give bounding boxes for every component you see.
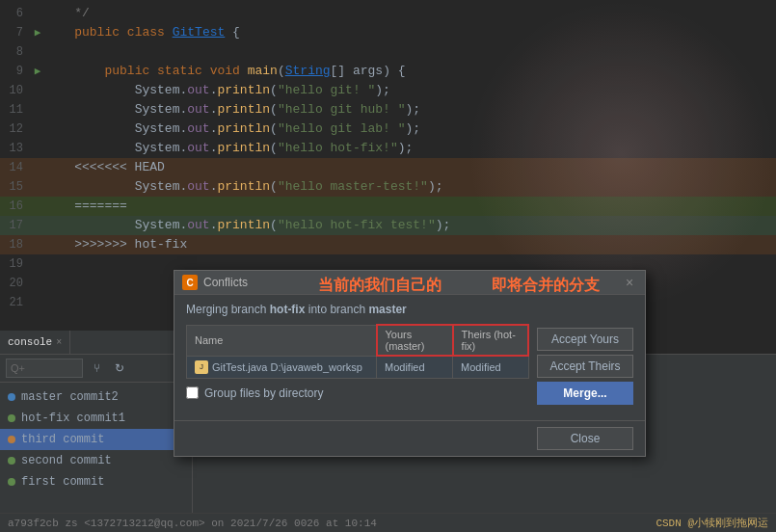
dialog-footer: Close xyxy=(174,420,645,456)
dialog-body: Merging branch hot-fix into branch maste… xyxy=(174,295,645,416)
file-name-cell: J GitTest.java D:\javaweb_worksp xyxy=(187,356,377,378)
conflicts-table: Name Yours (master) Theirs (hot-fix) J G… xyxy=(186,324,529,379)
dialog-content-row: Name Yours (master) Theirs (hot-fix) J G… xyxy=(186,324,633,409)
dialog-close-button[interactable]: × xyxy=(622,275,637,290)
dialog-title: Conflicts xyxy=(203,276,616,289)
col-name-header: Name xyxy=(187,325,377,356)
conflicts-dialog: C Conflicts × Merging branch hot-fix int… xyxy=(174,270,646,457)
dialog-app-icon: C xyxy=(182,275,198,290)
yours-status-cell: Modified xyxy=(377,356,453,378)
accept-yours-button[interactable]: Accept Yours xyxy=(537,328,633,351)
dialog-action-buttons: Accept Yours Accept Theirs Merge... xyxy=(537,324,633,409)
col-yours-header: Yours (master) xyxy=(377,325,453,356)
merge-info: Merging branch hot-fix into branch maste… xyxy=(186,303,633,316)
group-files-row: Group files by directory xyxy=(186,386,529,400)
theirs-status-cell: Modified xyxy=(453,356,528,378)
accept-theirs-button[interactable]: Accept Theirs xyxy=(537,355,633,378)
merge-button[interactable]: Merge... xyxy=(537,382,633,405)
dialog-table-wrap: Name Yours (master) Theirs (hot-fix) J G… xyxy=(186,324,529,409)
group-files-checkbox[interactable] xyxy=(186,386,199,399)
table-row[interactable]: J GitTest.java D:\javaweb_worksp Modifie… xyxy=(187,356,529,378)
close-button[interactable]: Close xyxy=(537,427,633,450)
col-theirs-header: Theirs (hot-fix) xyxy=(453,325,528,356)
dialog-title-bar: C Conflicts × xyxy=(174,271,645,295)
java-file-icon: J xyxy=(195,360,208,374)
group-files-label: Group files by directory xyxy=(204,386,323,400)
